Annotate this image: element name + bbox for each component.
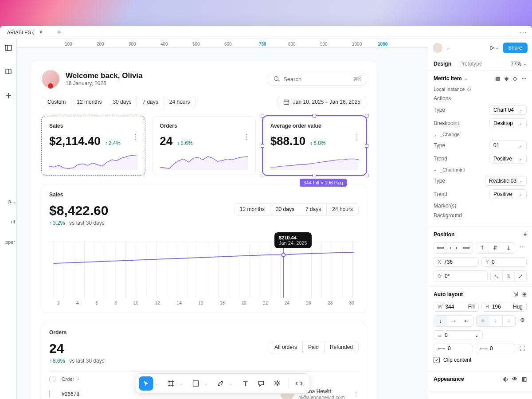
chevron-down-icon[interactable]: ⌄: [155, 381, 159, 386]
chevron-down-icon[interactable]: ⌄: [180, 381, 184, 386]
align-vertical[interactable]: ⤒⇵⤓: [476, 242, 515, 254]
height-field[interactable]: H196Hug: [481, 302, 527, 312]
section-change[interactable]: _Change: [440, 132, 460, 137]
change-type-dropdown[interactable]: 01⌄: [489, 141, 527, 150]
panel-title: Orders: [49, 329, 359, 336]
cm-trend-dropdown[interactable]: Positive⌄: [489, 189, 527, 199]
position-title: Position: [434, 231, 454, 238]
date-range-picker[interactable]: Jan 10, 2025 – Jan 16, 2025: [278, 96, 366, 108]
alignment-grid[interactable]: ≡··: [476, 315, 516, 327]
orders-tab-refunded[interactable]: Refunded: [325, 341, 358, 353]
chart-tooltip: $210.44 Jan 24, 2025: [274, 232, 312, 248]
chevron-down-icon[interactable]: ⌄: [464, 76, 468, 81]
chevron-down-icon[interactable]: ⌄: [204, 381, 209, 386]
component-icon[interactable]: ◈: [505, 75, 509, 82]
gap-field[interactable]: ≣0⌄: [434, 330, 483, 340]
tab-variables[interactable]: ARIABLES ( ✕: [4, 27, 48, 38]
x-field[interactable]: X736: [434, 257, 479, 267]
add-tab-button[interactable]: ＋: [54, 27, 64, 38]
grid-icon[interactable]: ▦: [495, 75, 500, 82]
zoom-control[interactable]: 77% ⌄: [511, 61, 527, 67]
panel-icon[interactable]: [3, 43, 14, 53]
rotation-field[interactable]: ⟳0°: [434, 270, 488, 282]
actions-tool-icon[interactable]: [270, 376, 284, 391]
more-icon[interactable]: ⋯: [521, 75, 527, 82]
range-7d[interactable]: 7 days: [137, 96, 164, 108]
chart-tab-30d[interactable]: 30 days: [270, 203, 300, 215]
rectangle-tool-icon[interactable]: [188, 376, 203, 391]
chart-tab-24h[interactable]: 24 hours: [327, 203, 358, 215]
section-chartmini[interactable]: _Chart mini: [440, 167, 465, 172]
eye-icon[interactable]: 👁: [512, 376, 517, 382]
search-input[interactable]: Search ⌘K: [269, 73, 366, 86]
tab-prototype[interactable]: Prototype: [459, 61, 482, 67]
svg-line-5: [278, 80, 280, 82]
text-tool-icon[interactable]: [238, 376, 252, 391]
svg-point-4: [274, 77, 278, 81]
y-field[interactable]: Y0: [481, 257, 527, 267]
checkbox[interactable]: [49, 376, 55, 382]
present-button[interactable]: ⌄: [489, 45, 499, 51]
left-toolbar: p... nt pper: [0, 39, 17, 399]
direction-controls[interactable]: ↓→↩: [434, 315, 473, 327]
breakpoint-dropdown[interactable]: Desktop⌄: [489, 118, 527, 128]
metric-card-sales[interactable]: Sales ⋮ $2,114.40 ↑ 2.4%: [42, 116, 145, 175]
tab-bar: ARIABLES ( ✕ ＋ ⋯: [0, 26, 532, 39]
metric-card-aov[interactable]: Average order value ⋮ $88.10 ↑ 6.0%: [263, 116, 366, 175]
checkbox[interactable]: [49, 391, 50, 398]
align-horizontal[interactable]: ⟸⟷⟹: [434, 242, 473, 254]
expand-icon[interactable]: ⛶: [518, 344, 527, 353]
canvas[interactable]: Welcome back, Olivia 16 January, 2025 Se…: [17, 48, 428, 399]
opacity-icon[interactable]: ◧: [522, 376, 527, 382]
flip-controls[interactable]: ⇋⥮⤢: [490, 270, 527, 282]
autolayout-icon[interactable]: ⇲: [513, 291, 518, 297]
padding-v-field[interactable]: ⟺0: [476, 344, 515, 353]
layer-name[interactable]: Metric item: [434, 75, 462, 82]
plus-icon[interactable]: [3, 90, 14, 101]
col-order[interactable]: Order: [62, 376, 74, 382]
width-field[interactable]: W344Fill: [434, 302, 479, 312]
change-trend-dropdown[interactable]: Positive⌄: [489, 154, 527, 164]
comment-tool-icon[interactable]: [254, 376, 268, 391]
sales-chart: $210.44 Jan 24, 2025: [49, 232, 359, 299]
range-24h[interactable]: 24 hours: [164, 96, 196, 108]
frame-tool-icon[interactable]: [164, 376, 178, 391]
autolayout-settings-icon[interactable]: ⊞: [522, 291, 527, 297]
metric-card-orders[interactable]: Orders ⋮ 24 ↑ 8.6%: [152, 116, 255, 175]
more-icon[interactable]: ⋮: [132, 133, 139, 141]
chevron-down-icon[interactable]: ⌄: [229, 381, 234, 386]
padding-h-field[interactable]: ⟷0: [434, 344, 473, 353]
instance-icon[interactable]: ◇: [513, 75, 517, 82]
clip-checkbox[interactable]: ✓: [434, 357, 440, 363]
book-icon[interactable]: [3, 66, 14, 77]
more-icon[interactable]: ⋯: [518, 242, 527, 254]
orders-tab-all[interactable]: All orders: [269, 341, 303, 353]
window-menu-icon[interactable]: ⋯: [518, 26, 528, 38]
dev-mode-icon[interactable]: [292, 376, 306, 391]
chart-tab-12m[interactable]: 12 months: [235, 203, 270, 215]
cm-type-dropdown[interactable]: Realistic 03⌄: [485, 176, 527, 186]
orders-tab-paid[interactable]: Paid: [303, 341, 325, 353]
pen-tool-icon[interactable]: [213, 376, 227, 391]
more-icon[interactable]: ⋮: [353, 391, 359, 397]
breakpoint-label: Breakpoint: [434, 120, 459, 126]
card-value: 24: [160, 134, 172, 148]
share-button[interactable]: Share: [503, 43, 528, 53]
avatar[interactable]: [433, 43, 442, 53]
settings-icon[interactable]: ⚙: [518, 315, 527, 327]
more-icon[interactable]: ⋮: [243, 133, 250, 141]
move-tool-icon[interactable]: [139, 376, 153, 391]
tab-design[interactable]: Design: [434, 61, 451, 67]
range-12m[interactable]: 12 months: [71, 96, 107, 108]
close-icon[interactable]: ✕: [38, 29, 45, 36]
card-value: $2,114.40: [49, 134, 101, 148]
panel-delta: ↑ 3.2%: [49, 220, 65, 226]
page-title: Welcome back, Olivia: [66, 71, 143, 80]
chart-tab-7d[interactable]: 7 days: [300, 203, 327, 215]
type-dropdown[interactable]: Chart 04⌄: [489, 105, 527, 115]
range-custom[interactable]: Custom: [42, 96, 71, 108]
chevron-down-icon[interactable]: ⌄: [446, 46, 450, 51]
visibility-icon[interactable]: ◐: [503, 376, 508, 382]
align-icon[interactable]: ⌖: [524, 231, 527, 238]
range-30d[interactable]: 30 days: [107, 96, 137, 108]
